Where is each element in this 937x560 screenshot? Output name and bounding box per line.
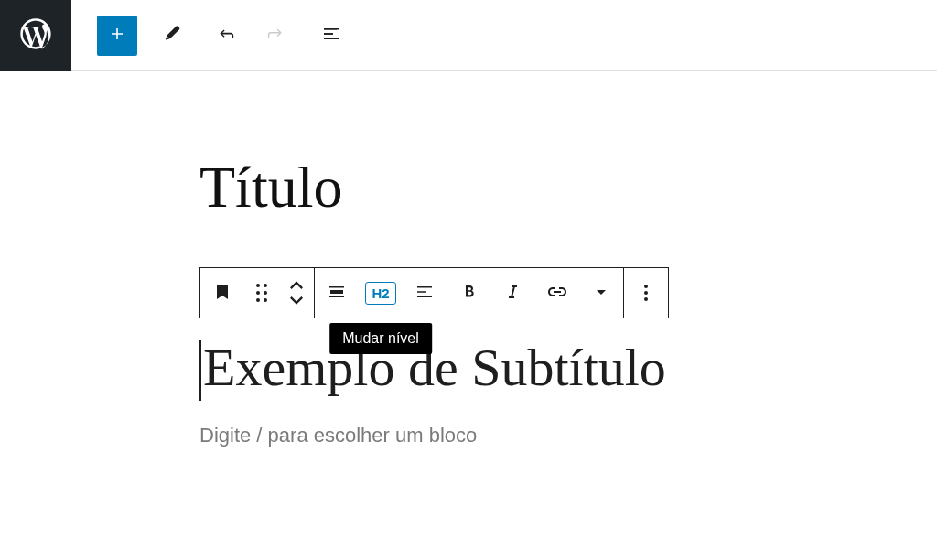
redo-button: [254, 16, 295, 56]
chevron-down-icon: [590, 281, 612, 306]
toolbar-group-heading: H2 Mudar nível: [315, 268, 447, 318]
paragraph-placeholder[interactable]: Digite / para escolher um bloco: [199, 424, 840, 447]
more-formatting-button[interactable]: [579, 268, 623, 318]
toolbar-group-more: [624, 268, 668, 318]
heading-text: Exemplo de Subtítulo: [203, 338, 666, 397]
editor-canvas: Título: [0, 71, 937, 447]
more-vertical-icon: [644, 285, 648, 301]
tooltip-change-level: Mudar nível: [329, 323, 432, 354]
toolbar-group-format: [447, 268, 624, 318]
text-cursor: [199, 340, 201, 401]
link-button[interactable]: [535, 268, 579, 318]
pencil-icon: [161, 23, 183, 48]
content-column: Título: [199, 154, 840, 447]
up-down-icon: [290, 281, 303, 305]
block-type-button[interactable]: [200, 268, 244, 318]
italic-button[interactable]: [491, 268, 535, 318]
wordpress-logo-icon: [17, 16, 54, 56]
top-toolbar: [71, 16, 350, 56]
bold-icon: [458, 281, 480, 306]
bookmark-icon: [211, 281, 233, 306]
align-button[interactable]: [315, 268, 359, 318]
editor-header: [0, 0, 937, 71]
text-align-button[interactable]: [403, 268, 447, 318]
wordpress-logo-box[interactable]: [0, 0, 71, 71]
heading-level-label: H2: [365, 282, 395, 305]
heading-block[interactable]: Exemplo de Subtítulo: [199, 337, 840, 398]
link-icon: [546, 281, 568, 306]
redo-icon: [264, 23, 285, 48]
text-align-left-icon: [414, 281, 436, 306]
add-block-button[interactable]: [97, 16, 137, 56]
align-icon: [326, 281, 348, 306]
list-view-icon: [318, 23, 340, 48]
post-title[interactable]: Título: [199, 154, 840, 221]
undo-icon: [216, 23, 238, 48]
drag-handle[interactable]: [244, 268, 279, 318]
drag-icon: [256, 284, 267, 302]
undo-button[interactable]: [207, 16, 247, 56]
edit-mode-button[interactable]: [152, 16, 192, 56]
document-outline-button[interactable]: [309, 16, 350, 56]
move-updown-button[interactable]: [279, 268, 314, 318]
plus-icon: [106, 23, 128, 48]
bold-button[interactable]: [447, 268, 491, 318]
toolbar-group-block: [200, 268, 315, 318]
italic-icon: [502, 281, 524, 306]
heading-level-button[interactable]: H2 Mudar nível: [359, 268, 403, 318]
block-toolbar: H2 Mudar nível: [199, 267, 669, 318]
more-options-button[interactable]: [624, 268, 668, 318]
